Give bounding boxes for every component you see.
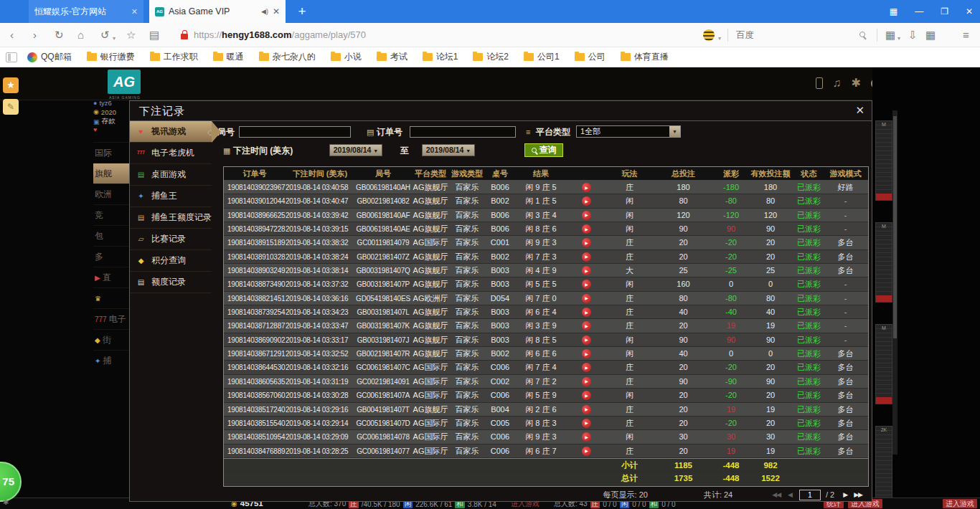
music-icon[interactable]: ♫ — [833, 76, 842, 90]
next-page-button[interactable]: ▶ — [843, 491, 847, 498]
ag-logo[interactable]: AG — [108, 70, 141, 94]
search-engine-icon[interactable] — [703, 29, 715, 41]
page-input[interactable] — [799, 490, 821, 500]
new-tab-button[interactable]: + — [290, 1, 314, 22]
bookmark-item[interactable]: 暖通 — [213, 51, 244, 63]
date-to-select[interactable]: 2019/08/14 ▼ — [422, 144, 475, 156]
bookmark-item[interactable]: 考试 — [377, 51, 407, 63]
mobile-icon[interactable] — [816, 77, 823, 89]
download-icon[interactable]: ⇩ — [908, 29, 918, 42]
left-nav-item[interactable]: 777电子 — [93, 308, 129, 329]
url-text[interactable]: https://hengy1688.com/aggame/play/570 — [194, 29, 366, 40]
first-page-button[interactable]: ◀◀ — [772, 491, 781, 498]
left-nav-item[interactable]: 旗舰 — [93, 163, 129, 184]
play-result-icon[interactable]: ▶ — [582, 363, 591, 372]
left-nav-item[interactable]: ♛ — [93, 287, 129, 308]
bookmark-star-icon[interactable]: ☆ — [126, 29, 136, 42]
window-minimize-icon[interactable]: — — [915, 6, 923, 16]
play-result-icon[interactable]: ▶ — [582, 321, 591, 330]
play-result-icon[interactable]: ▶ — [582, 211, 591, 220]
window-restore-icon[interactable]: ❐ — [941, 6, 948, 16]
search-input[interactable] — [735, 28, 855, 42]
notes-panel-icon[interactable]: ✎ — [3, 99, 19, 115]
sidebar-item-credit-records[interactable]: ▤额度记录 — [130, 272, 212, 293]
back-icon[interactable]: ‹ — [10, 29, 14, 42]
left-nav-item[interactable]: 欧洲 — [93, 184, 129, 204]
left-nav-item[interactable]: ✦捕 — [93, 350, 129, 371]
tab-close-icon[interactable]: ✕ — [131, 7, 138, 16]
sidebar-item-fishing-king[interactable]: ✦捕鱼王 — [130, 186, 212, 207]
play-result-icon[interactable]: ▶ — [582, 405, 591, 414]
page-scrollbar[interactable] — [892, 110, 897, 455]
enter-game-button-edge[interactable]: 进入游戏 — [943, 499, 977, 508]
left-nav-item[interactable]: ◆街 — [93, 329, 129, 350]
apps-grid-icon[interactable]: ▦ — [925, 29, 936, 42]
bookmark-item[interactable]: 银行缴费 — [87, 51, 135, 63]
play-result-icon[interactable]: ▶ — [582, 280, 591, 289]
browser-tab-1[interactable]: 恒耀娱乐-官方网站 ✕ — [29, 0, 143, 23]
left-nav-item[interactable]: ▶直 — [93, 267, 129, 287]
menu-icon[interactable]: ≡ — [963, 29, 969, 42]
date-from-select[interactable]: 2019/08/14 ▼ — [329, 144, 382, 156]
play-result-icon[interactable]: ▶ — [582, 224, 591, 234]
forward-icon[interactable]: › — [33, 29, 37, 42]
play-result-icon[interactable]: ▶ — [582, 391, 591, 400]
play-result-icon[interactable]: ▶ — [582, 377, 591, 386]
bookmark-item[interactable]: 论坛1 — [423, 51, 458, 63]
notes-icon[interactable]: ▤ — [149, 29, 159, 42]
modal-close-icon[interactable]: ✕ — [855, 104, 864, 117]
sidebar-toggle-icon[interactable] — [6, 52, 17, 62]
play-result-icon[interactable]: ▶ — [582, 432, 591, 442]
undo-caret-icon[interactable]: ▾ — [113, 32, 116, 45]
speaker-icon[interactable]: ◀) — [261, 8, 268, 15]
left-nav-item[interactable]: 包 — [93, 225, 129, 246]
round-number-input[interactable] — [239, 126, 351, 138]
search-icon[interactable] — [859, 32, 865, 37]
sidebar-item-contest-records[interactable]: ▱比赛记录 — [130, 229, 212, 250]
bookmark-item[interactable]: 体育直播 — [621, 51, 669, 63]
platform-type-select[interactable]: 1全部 ▼ — [576, 125, 681, 138]
left-nav-item[interactable]: 国际 — [93, 142, 129, 163]
bookmark-item[interactable]: 工作求职 — [150, 51, 198, 63]
search-engine-caret-icon[interactable]: ▾ — [718, 32, 721, 45]
play-result-icon[interactable]: ▶ — [582, 266, 591, 275]
browser-tab-2-active[interactable]: AG Asia Game VIP ◀) ✕ — [149, 0, 286, 23]
last-page-button[interactable]: ▶▶ — [854, 491, 862, 498]
search-query-button[interactable]: 查询 — [524, 143, 563, 157]
capture-icon[interactable]: ▦ — [885, 29, 895, 42]
promo-gear-icon[interactable]: ✱ — [3, 498, 9, 506]
window-close-icon[interactable]: ✕ — [966, 6, 973, 16]
prev-page-button[interactable]: ◀ — [788, 491, 792, 498]
play-result-icon[interactable]: ▶ — [582, 294, 591, 303]
play-result-icon[interactable]: ▶ — [582, 336, 591, 345]
undo-icon[interactable]: ↺ — [100, 29, 110, 42]
play-result-icon[interactable]: ▶ — [582, 238, 591, 247]
select-dropdown-icon[interactable]: ▼ — [669, 126, 680, 137]
refresh-icon[interactable]: ↻ — [55, 29, 64, 42]
left-nav-item[interactable]: 多 — [93, 246, 129, 267]
bookmark-item[interactable]: 论坛2 — [473, 51, 509, 63]
play-result-icon[interactable]: ▶ — [582, 196, 591, 206]
home-icon[interactable]: ⌂ — [77, 29, 84, 42]
ssl-lock-icon[interactable] — [181, 34, 188, 39]
promo-badge[interactable]: 75 — [0, 462, 22, 502]
play-result-icon[interactable]: ▶ — [582, 183, 591, 192]
bookmark-item[interactable]: 公司 — [575, 51, 606, 63]
bookmark-item[interactable]: QQ邮箱 — [27, 51, 72, 63]
bookmark-item[interactable]: 杂七杂八的 — [259, 51, 316, 63]
settings-gear-icon[interactable]: ✱ — [852, 76, 861, 90]
capture-caret-icon[interactable]: ▾ — [897, 32, 900, 45]
play-result-icon[interactable]: ▶ — [582, 447, 591, 456]
play-result-icon[interactable]: ▶ — [582, 308, 591, 317]
bookmark-item[interactable]: 公司1 — [524, 51, 560, 63]
bookmark-item[interactable]: 小说 — [331, 51, 362, 63]
favorites-star-icon[interactable]: ★ — [3, 77, 19, 93]
window-layout-icon[interactable]: ▦ — [890, 6, 897, 16]
play-result-icon[interactable]: ▶ — [582, 419, 591, 428]
play-result-icon[interactable]: ▶ — [582, 252, 591, 262]
play-result-icon[interactable]: ▶ — [582, 349, 591, 358]
order-number-input[interactable] — [410, 126, 516, 138]
sidebar-item-points-inquiry[interactable]: ◆积分查询 — [130, 250, 212, 272]
sidebar-item-table-games[interactable]: ▤桌面游戏 — [130, 164, 212, 186]
tab-close-icon[interactable]: ✕ — [273, 6, 280, 16]
